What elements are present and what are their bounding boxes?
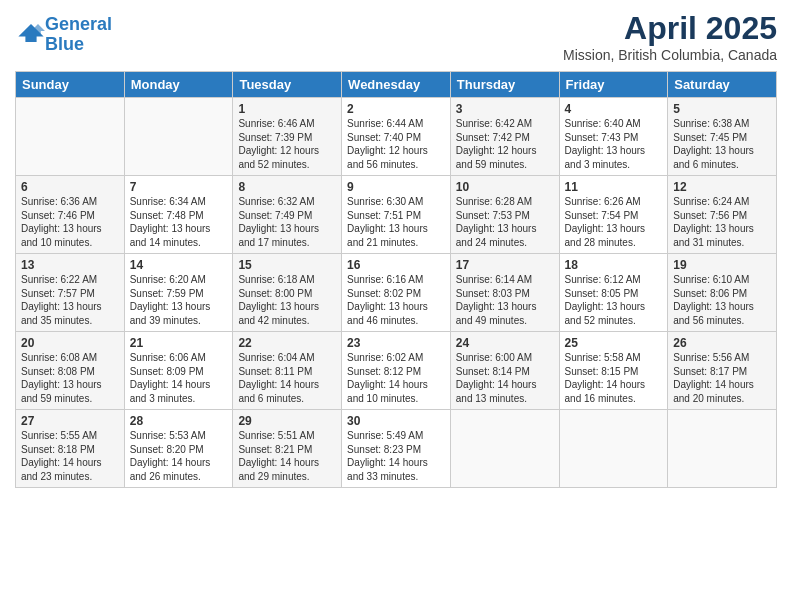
calendar-cell: 29Sunrise: 5:51 AMSunset: 8:21 PMDayligh…	[233, 410, 342, 488]
day-number: 13	[21, 258, 119, 272]
day-info: Sunrise: 5:53 AMSunset: 8:20 PMDaylight:…	[130, 429, 228, 483]
day-info: Sunrise: 6:10 AMSunset: 8:06 PMDaylight:…	[673, 273, 771, 327]
calendar-cell: 17Sunrise: 6:14 AMSunset: 8:03 PMDayligh…	[450, 254, 559, 332]
logo: General Blue	[15, 15, 112, 55]
day-number: 29	[238, 414, 336, 428]
calendar-cell: 8Sunrise: 6:32 AMSunset: 7:49 PMDaylight…	[233, 176, 342, 254]
day-number: 28	[130, 414, 228, 428]
day-number: 6	[21, 180, 119, 194]
calendar-cell: 13Sunrise: 6:22 AMSunset: 7:57 PMDayligh…	[16, 254, 125, 332]
week-row-5: 27Sunrise: 5:55 AMSunset: 8:18 PMDayligh…	[16, 410, 777, 488]
day-number: 5	[673, 102, 771, 116]
calendar-cell	[450, 410, 559, 488]
calendar-cell	[16, 98, 125, 176]
day-number: 21	[130, 336, 228, 350]
calendar-cell: 4Sunrise: 6:40 AMSunset: 7:43 PMDaylight…	[559, 98, 668, 176]
day-number: 18	[565, 258, 663, 272]
weekday-header-tuesday: Tuesday	[233, 72, 342, 98]
week-row-2: 6Sunrise: 6:36 AMSunset: 7:46 PMDaylight…	[16, 176, 777, 254]
calendar-cell: 10Sunrise: 6:28 AMSunset: 7:53 PMDayligh…	[450, 176, 559, 254]
calendar-cell: 30Sunrise: 5:49 AMSunset: 8:23 PMDayligh…	[342, 410, 451, 488]
day-info: Sunrise: 5:49 AMSunset: 8:23 PMDaylight:…	[347, 429, 445, 483]
calendar-table: SundayMondayTuesdayWednesdayThursdayFrid…	[15, 71, 777, 488]
day-number: 17	[456, 258, 554, 272]
calendar-cell	[668, 410, 777, 488]
month-title: April 2025	[563, 10, 777, 47]
day-number: 16	[347, 258, 445, 272]
week-row-4: 20Sunrise: 6:08 AMSunset: 8:08 PMDayligh…	[16, 332, 777, 410]
calendar-cell	[124, 98, 233, 176]
calendar-cell: 28Sunrise: 5:53 AMSunset: 8:20 PMDayligh…	[124, 410, 233, 488]
calendar-cell: 21Sunrise: 6:06 AMSunset: 8:09 PMDayligh…	[124, 332, 233, 410]
logo-icon	[17, 22, 45, 44]
day-number: 7	[130, 180, 228, 194]
day-number: 11	[565, 180, 663, 194]
day-number: 8	[238, 180, 336, 194]
location-subtitle: Mission, British Columbia, Canada	[563, 47, 777, 63]
calendar-cell	[559, 410, 668, 488]
day-number: 25	[565, 336, 663, 350]
calendar-cell: 24Sunrise: 6:00 AMSunset: 8:14 PMDayligh…	[450, 332, 559, 410]
weekday-header-sunday: Sunday	[16, 72, 125, 98]
day-info: Sunrise: 6:36 AMSunset: 7:46 PMDaylight:…	[21, 195, 119, 249]
weekday-header-friday: Friday	[559, 72, 668, 98]
logo-line2: Blue	[45, 34, 84, 54]
weekday-header-wednesday: Wednesday	[342, 72, 451, 98]
calendar-cell: 7Sunrise: 6:34 AMSunset: 7:48 PMDaylight…	[124, 176, 233, 254]
calendar-cell: 1Sunrise: 6:46 AMSunset: 7:39 PMDaylight…	[233, 98, 342, 176]
calendar-cell: 19Sunrise: 6:10 AMSunset: 8:06 PMDayligh…	[668, 254, 777, 332]
day-info: Sunrise: 6:12 AMSunset: 8:05 PMDaylight:…	[565, 273, 663, 327]
day-number: 15	[238, 258, 336, 272]
day-number: 4	[565, 102, 663, 116]
day-number: 23	[347, 336, 445, 350]
weekday-header-row: SundayMondayTuesdayWednesdayThursdayFrid…	[16, 72, 777, 98]
day-info: Sunrise: 6:22 AMSunset: 7:57 PMDaylight:…	[21, 273, 119, 327]
day-number: 22	[238, 336, 336, 350]
day-number: 27	[21, 414, 119, 428]
calendar-cell: 25Sunrise: 5:58 AMSunset: 8:15 PMDayligh…	[559, 332, 668, 410]
calendar-cell: 12Sunrise: 6:24 AMSunset: 7:56 PMDayligh…	[668, 176, 777, 254]
logo-line1: General	[45, 14, 112, 34]
day-number: 20	[21, 336, 119, 350]
week-row-1: 1Sunrise: 6:46 AMSunset: 7:39 PMDaylight…	[16, 98, 777, 176]
day-info: Sunrise: 6:16 AMSunset: 8:02 PMDaylight:…	[347, 273, 445, 327]
day-info: Sunrise: 6:08 AMSunset: 8:08 PMDaylight:…	[21, 351, 119, 405]
day-info: Sunrise: 6:44 AMSunset: 7:40 PMDaylight:…	[347, 117, 445, 171]
day-number: 2	[347, 102, 445, 116]
day-info: Sunrise: 6:46 AMSunset: 7:39 PMDaylight:…	[238, 117, 336, 171]
day-info: Sunrise: 6:24 AMSunset: 7:56 PMDaylight:…	[673, 195, 771, 249]
calendar-cell: 6Sunrise: 6:36 AMSunset: 7:46 PMDaylight…	[16, 176, 125, 254]
day-info: Sunrise: 6:04 AMSunset: 8:11 PMDaylight:…	[238, 351, 336, 405]
page-header: General Blue April 2025 Mission, British…	[15, 10, 777, 63]
calendar-cell: 16Sunrise: 6:16 AMSunset: 8:02 PMDayligh…	[342, 254, 451, 332]
calendar-cell: 9Sunrise: 6:30 AMSunset: 7:51 PMDaylight…	[342, 176, 451, 254]
week-row-3: 13Sunrise: 6:22 AMSunset: 7:57 PMDayligh…	[16, 254, 777, 332]
day-info: Sunrise: 6:02 AMSunset: 8:12 PMDaylight:…	[347, 351, 445, 405]
calendar-cell: 2Sunrise: 6:44 AMSunset: 7:40 PMDaylight…	[342, 98, 451, 176]
calendar-cell: 18Sunrise: 6:12 AMSunset: 8:05 PMDayligh…	[559, 254, 668, 332]
day-info: Sunrise: 6:38 AMSunset: 7:45 PMDaylight:…	[673, 117, 771, 171]
weekday-header-monday: Monday	[124, 72, 233, 98]
day-info: Sunrise: 6:32 AMSunset: 7:49 PMDaylight:…	[238, 195, 336, 249]
calendar-cell: 26Sunrise: 5:56 AMSunset: 8:17 PMDayligh…	[668, 332, 777, 410]
day-info: Sunrise: 5:55 AMSunset: 8:18 PMDaylight:…	[21, 429, 119, 483]
calendar-cell: 27Sunrise: 5:55 AMSunset: 8:18 PMDayligh…	[16, 410, 125, 488]
day-info: Sunrise: 6:42 AMSunset: 7:42 PMDaylight:…	[456, 117, 554, 171]
day-number: 9	[347, 180, 445, 194]
day-number: 10	[456, 180, 554, 194]
day-info: Sunrise: 6:40 AMSunset: 7:43 PMDaylight:…	[565, 117, 663, 171]
day-info: Sunrise: 6:14 AMSunset: 8:03 PMDaylight:…	[456, 273, 554, 327]
day-number: 26	[673, 336, 771, 350]
day-info: Sunrise: 5:51 AMSunset: 8:21 PMDaylight:…	[238, 429, 336, 483]
day-info: Sunrise: 6:28 AMSunset: 7:53 PMDaylight:…	[456, 195, 554, 249]
day-number: 14	[130, 258, 228, 272]
day-info: Sunrise: 6:26 AMSunset: 7:54 PMDaylight:…	[565, 195, 663, 249]
day-info: Sunrise: 5:58 AMSunset: 8:15 PMDaylight:…	[565, 351, 663, 405]
calendar-cell: 3Sunrise: 6:42 AMSunset: 7:42 PMDaylight…	[450, 98, 559, 176]
calendar-cell: 14Sunrise: 6:20 AMSunset: 7:59 PMDayligh…	[124, 254, 233, 332]
day-info: Sunrise: 6:20 AMSunset: 7:59 PMDaylight:…	[130, 273, 228, 327]
day-info: Sunrise: 6:00 AMSunset: 8:14 PMDaylight:…	[456, 351, 554, 405]
calendar-cell: 22Sunrise: 6:04 AMSunset: 8:11 PMDayligh…	[233, 332, 342, 410]
day-number: 3	[456, 102, 554, 116]
day-number: 24	[456, 336, 554, 350]
